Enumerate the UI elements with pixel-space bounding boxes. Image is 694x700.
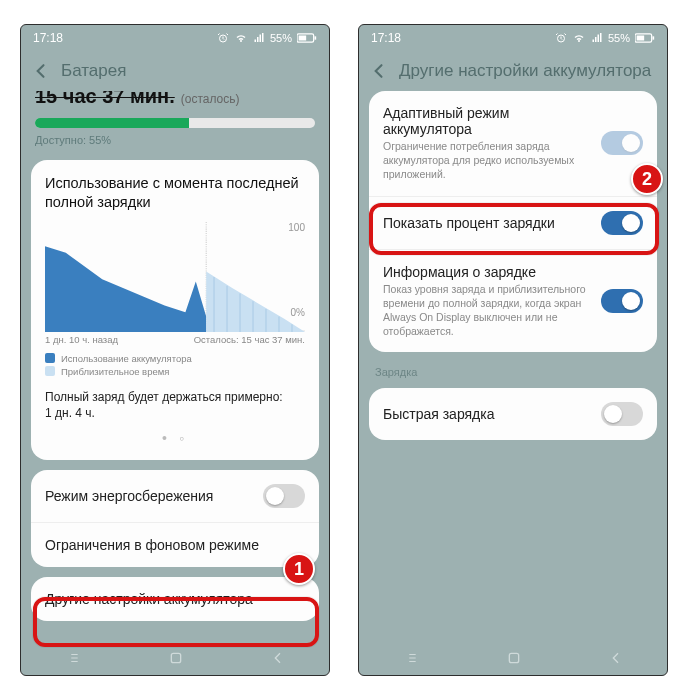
fast-charge-label: Быстрая зарядка (383, 406, 601, 422)
charge-info-sub: Показ уровня заряда и приблизительного в… (383, 282, 601, 339)
legend-used: Использование аккумулятора (61, 353, 192, 364)
svg-rect-13 (171, 653, 180, 662)
fast-charge-toggle[interactable] (601, 402, 643, 426)
remaining-block: 15 час 37 мин. (осталось) Доступно: 55% (31, 91, 319, 150)
usage-title: Использование с момента последней полной… (45, 174, 305, 212)
usage-card[interactable]: Использование с момента последней полной… (31, 160, 319, 460)
badge-2: 2 (631, 163, 663, 195)
nav-back-icon[interactable] (270, 650, 286, 666)
alarm-icon (217, 32, 229, 44)
row-more-battery-settings[interactable]: Другие настройки аккумулятора (31, 577, 319, 621)
row-adaptive-battery[interactable]: Адаптивный режим аккумулятора Ограничени… (369, 91, 657, 196)
svg-rect-18 (509, 653, 518, 662)
power-settings-card: Режим энергосбережения Ограничения в фон… (31, 470, 319, 567)
adaptive-card: Адаптивный режим аккумулятора Ограничени… (369, 91, 657, 352)
app-header: Батарея (21, 51, 329, 91)
more-settings-card: Другие настройки аккумулятора (31, 577, 319, 621)
adaptive-sub: Ограничение потребления заряда аккумулят… (383, 139, 601, 182)
charge-info-title: Информация о зарядке (383, 264, 601, 280)
signal-icon (591, 32, 603, 44)
ytick-100: 100 (288, 222, 305, 233)
row-bg-limits[interactable]: Ограничения в фоновом режиме (31, 522, 319, 567)
badge-1: 1 (283, 553, 315, 585)
battery-bar-track (35, 118, 315, 128)
full-est-value: 1 дн. 4 ч. (45, 405, 305, 422)
status-battery-text: 55% (270, 32, 292, 44)
charging-card: Быстрая зарядка (369, 388, 657, 440)
phone-right: 17:18 55% Другие настройки аккумулятора … (358, 24, 668, 676)
badge-1-text: 1 (294, 559, 304, 580)
chart-legend: Использование аккумулятора Приблизительн… (45, 353, 305, 377)
adaptive-title: Адаптивный режим аккумулятора (383, 105, 601, 137)
show-pct-label: Показать процент зарядки (383, 215, 601, 231)
section-charging: Зарядка (369, 362, 657, 378)
bg-limits-label: Ограничения в фоновом режиме (45, 537, 305, 553)
charge-info-toggle[interactable] (601, 289, 643, 313)
svg-rect-3 (315, 36, 317, 39)
row-show-percentage[interactable]: Показать процент зарядки (369, 196, 657, 249)
x-left-label: 1 дн. 10 ч. назад (45, 334, 118, 345)
adaptive-toggle[interactable] (601, 131, 643, 155)
remaining-label: (осталось) (181, 92, 240, 106)
nav-recents-icon[interactable] (402, 651, 420, 665)
status-bar: 17:18 55% (21, 25, 329, 51)
header-title: Другие настройки аккумулятора (399, 61, 651, 81)
legend-est: Приблизительное время (61, 366, 169, 377)
row-charge-info[interactable]: Информация о зарядке Показ уровня заряда… (369, 249, 657, 353)
alarm-icon (555, 32, 567, 44)
power-saving-toggle[interactable] (263, 484, 305, 508)
status-time: 17:18 (371, 31, 401, 45)
status-bar: 17:18 55% (359, 25, 667, 51)
nav-back-icon[interactable] (608, 650, 624, 666)
full-charge-estimate: Полный заряд будет держаться примерно: 1… (45, 389, 305, 423)
page-indicator[interactable]: • ◦ (45, 430, 305, 446)
back-icon[interactable] (31, 61, 51, 81)
battery-usage-chart: 100 0% (45, 222, 305, 332)
row-fast-charging[interactable]: Быстрая зарядка (369, 388, 657, 440)
x-right-label: Осталось: 15 час 37 мин. (194, 334, 305, 345)
header-title: Батарея (61, 61, 126, 81)
status-time: 17:18 (33, 31, 63, 45)
status-battery-text: 55% (608, 32, 630, 44)
wifi-icon (572, 32, 586, 44)
nav-bar (359, 641, 667, 675)
nav-recents-icon[interactable] (64, 651, 82, 665)
nav-bar (21, 641, 329, 675)
badge-2-text: 2 (642, 169, 652, 190)
svg-rect-2 (299, 36, 307, 41)
app-header: Другие настройки аккумулятора (359, 51, 667, 91)
ytick-0: 0% (291, 307, 305, 318)
svg-rect-17 (653, 36, 655, 39)
nav-home-icon[interactable] (168, 650, 184, 666)
full-est-label: Полный заряд будет держаться примерно: (45, 389, 305, 406)
signal-icon (253, 32, 265, 44)
battery-bar-fill (35, 118, 189, 128)
more-battery-label: Другие настройки аккумулятора (45, 591, 305, 607)
battery-icon (297, 33, 317, 43)
svg-rect-16 (637, 36, 645, 41)
wifi-icon (234, 32, 248, 44)
back-icon[interactable] (369, 61, 389, 81)
nav-home-icon[interactable] (506, 650, 522, 666)
available-label: Доступно: 55% (31, 134, 319, 150)
row-power-saving[interactable]: Режим энергосбережения (31, 470, 319, 522)
remaining-time: 15 час 37 мин. (35, 91, 175, 108)
battery-icon (635, 33, 655, 43)
power-saving-label: Режим энергосбережения (45, 488, 263, 504)
phone-left: 17:18 55% Батарея 15 час 37 мин. (20, 24, 330, 676)
show-pct-toggle[interactable] (601, 211, 643, 235)
